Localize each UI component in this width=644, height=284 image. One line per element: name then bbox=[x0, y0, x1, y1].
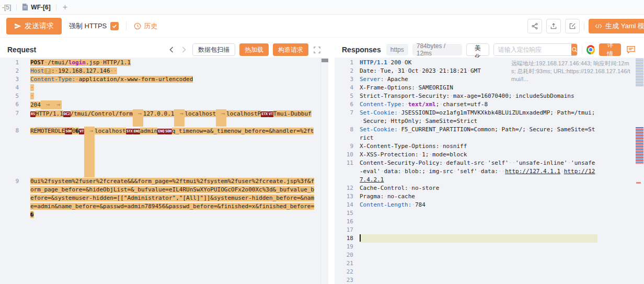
generate-yaml-button[interactable]: 生成 Yaml 模板 bbox=[589, 19, 644, 33]
force-https-label: 强制 HTTPS bbox=[69, 21, 107, 31]
feedback-icon[interactable] bbox=[625, 43, 637, 56]
code-line: 8REMOTEROLESOH0�VT→localhostSTXENQadminE… bbox=[0, 127, 328, 177]
hot-reload-button[interactable]: 热加载 bbox=[239, 43, 269, 56]
code-line: 4· bbox=[0, 84, 328, 92]
tab-wf6[interactable]: WF-[6] bbox=[17, 0, 55, 14]
code-line: 7RSHTTP/1.1DC2/tmui/Control/form→127.0.0… bbox=[0, 109, 328, 127]
line-content bbox=[360, 243, 597, 251]
text-cursor bbox=[360, 234, 361, 242]
request-editor[interactable]: 1POST·/tmui/login.jsp·HTTP/1.12Host?:·19… bbox=[0, 58, 328, 284]
code-line: 16 bbox=[335, 218, 644, 226]
code-line: 1POST·/tmui/login.jsp·HTTP/1.1 bbox=[0, 59, 328, 67]
line-number: 6 bbox=[0, 100, 30, 109]
code-line: 4X-Frame-Options:·SAMEORIGIN bbox=[335, 84, 644, 92]
edit-button[interactable] bbox=[565, 19, 580, 33]
export-button[interactable] bbox=[546, 19, 561, 33]
line-number: 5 bbox=[335, 92, 360, 100]
line-content bbox=[360, 276, 597, 284]
code-line: 3Server:·Apache bbox=[335, 75, 644, 84]
code-line: 2Date:·Tue,·31·Oct·2023·21:18:21·GMT bbox=[335, 67, 644, 75]
code-line: 11Content-Security-Policy:·default-src·'… bbox=[335, 159, 644, 184]
line-content: · bbox=[30, 92, 316, 100]
code-line: 6Content-Type:·text/xml;·charset=utf-8 bbox=[335, 100, 644, 109]
code-line: 10X-XSS-Protection:·1;·mode=block bbox=[335, 151, 644, 159]
send-request-button[interactable]: 发送请求 bbox=[6, 18, 62, 35]
line-number: 18 bbox=[335, 234, 360, 243]
response-editor[interactable]: 1HTTP/1.1·200·OK2Date:·Tue,·31·Oct·2023·… bbox=[335, 58, 644, 284]
history-label: 历史 bbox=[144, 21, 157, 31]
host-hint-chip[interactable]: ? bbox=[44, 68, 51, 74]
control-char-badge: ETX bbox=[261, 111, 268, 117]
add-tab-button[interactable]: + bbox=[56, 3, 74, 12]
fuzzer-app: -[5] WF-[6] + 发送请求 强制 HTTPS bbox=[0, 0, 644, 284]
line-content: Set-Cookie:·JSESSIONID=oz1afg1mTMVKXkbk4… bbox=[360, 109, 597, 126]
line-number: 8 bbox=[0, 127, 30, 177]
line-content: Content-Type:·text/xml;·charset=utf-8 bbox=[360, 100, 597, 109]
line-number: 12 bbox=[335, 184, 360, 192]
request-scrollbar[interactable] bbox=[320, 58, 328, 284]
line-number: 11 bbox=[335, 159, 360, 184]
minimap[interactable] bbox=[635, 58, 644, 284]
line-number: 1 bbox=[335, 59, 360, 67]
protocol-badge: https bbox=[386, 44, 408, 55]
code-line: 20 bbox=[335, 251, 644, 259]
line-content bbox=[360, 234, 597, 243]
open-in-browser-icon[interactable] bbox=[586, 45, 595, 54]
code-line: 6204→→ bbox=[0, 100, 328, 109]
line-content bbox=[360, 226, 597, 234]
send-icon bbox=[14, 22, 21, 30]
minimap-marker bbox=[636, 182, 641, 184]
line-content: 204→→ bbox=[30, 100, 316, 109]
line-number: 21 bbox=[335, 259, 360, 268]
line-content: POST·/tmui/login.jsp·HTTP/1.1 bbox=[30, 59, 316, 67]
code-line: 19 bbox=[335, 243, 644, 251]
response-panel: Responses https 784bytes / 12ms 美化 详情 bbox=[335, 42, 644, 284]
prev-request-button[interactable] bbox=[167, 46, 176, 54]
fullscreen-icon[interactable] bbox=[313, 46, 321, 54]
packet-scan-button[interactable]: 数据包扫描 bbox=[192, 43, 235, 56]
main-split: Request 数据包扫描 热加载 构造请求 1P bbox=[0, 38, 644, 284]
code-line: 14Content-Length:·784 bbox=[335, 201, 644, 209]
control-char-badge: SOH bbox=[65, 129, 72, 134]
header-divider bbox=[582, 46, 582, 54]
code-line: 23 bbox=[335, 276, 644, 284]
line-content: HTTP/1.1·200·OK bbox=[360, 59, 597, 67]
history-button[interactable]: 历史 bbox=[134, 21, 157, 31]
line-number: 7 bbox=[335, 109, 360, 126]
response-title: Responses bbox=[342, 46, 381, 54]
line-content bbox=[360, 209, 597, 218]
next-request-button[interactable] bbox=[180, 46, 188, 54]
tab-wf5[interactable]: -[5] bbox=[1, 0, 16, 14]
code-line: 21 bbox=[335, 259, 644, 268]
search-input[interactable] bbox=[494, 44, 571, 55]
line-content bbox=[360, 268, 597, 276]
code-line: 18 bbox=[335, 234, 644, 243]
request-header: Request 数据包扫描 热加载 构造请求 bbox=[0, 42, 328, 58]
line-number: 10 bbox=[335, 151, 360, 159]
line-content bbox=[360, 259, 597, 268]
line-content: Content-Length:·784 bbox=[360, 201, 597, 209]
code-icon bbox=[595, 23, 602, 29]
control-char-badge: ENQ bbox=[157, 129, 165, 134]
details-button[interactable]: 详情 bbox=[599, 43, 621, 56]
share-button[interactable] bbox=[527, 19, 542, 33]
search-button[interactable] bbox=[571, 44, 578, 55]
request-scrollbar-thumb[interactable] bbox=[321, 59, 328, 62]
response-search bbox=[493, 43, 578, 56]
code-line: 13Pragma:·no-cache bbox=[335, 192, 644, 201]
line-number: 3 bbox=[0, 75, 30, 84]
clock-icon bbox=[134, 22, 141, 30]
force-https-checkbox[interactable] bbox=[110, 22, 119, 30]
line-content: X-Frame-Options:·SAMEORIGIN bbox=[360, 84, 597, 92]
beautify-button[interactable]: 美化 bbox=[466, 43, 489, 56]
minimap-headers-block bbox=[636, 59, 643, 87]
line-content: Content-Type:·application/x-www-form-url… bbox=[30, 75, 316, 84]
line-number: 7 bbox=[0, 109, 30, 127]
code-line: 7Set-Cookie:·JSESSIONID=oz1afg1mTMVKXkbk… bbox=[335, 109, 644, 126]
force-https-control: 强制 HTTPS bbox=[69, 21, 119, 31]
line-content: Pragma:·no-cache bbox=[360, 192, 597, 201]
line-content: Set-Cookie:·F5_CURRENT_PARTITION=Common;… bbox=[360, 126, 597, 142]
line-number: 9 bbox=[0, 177, 30, 186]
toolbar: 发送请求 强制 HTTPS 历史 bbox=[0, 15, 644, 38]
construct-request-button[interactable]: 构造请求 bbox=[273, 43, 308, 56]
